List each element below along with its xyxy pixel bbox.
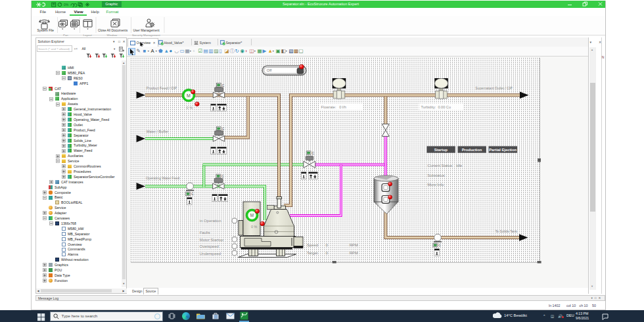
svg-text:Product Feed / CIP: Product Feed / CIP bbox=[147, 86, 177, 90]
svg-text:Overspeed: Overspeed bbox=[200, 244, 219, 248]
svg-text:Current Status:: Current Status: bbox=[428, 164, 453, 168]
svg-text:C: C bbox=[312, 152, 315, 155]
svg-text:Turbidity: 0.00 Cu: Turbidity: 0.00 Cu bbox=[421, 105, 451, 109]
svg-text:Operating Water Feed: Operating Water Feed bbox=[146, 176, 179, 180]
svg-text:Substatus:: Substatus: bbox=[428, 173, 446, 177]
svg-text:0%: 0% bbox=[64, 3, 69, 7]
svg-text:Startup: Startup bbox=[434, 148, 448, 152]
svg-text:Water / Buffer: Water / Buffer bbox=[147, 129, 169, 133]
svg-text:Target: Target bbox=[307, 251, 318, 255]
svg-text:C: C bbox=[222, 84, 225, 87]
svg-text:RPM: RPM bbox=[350, 251, 358, 255]
svg-text:C: C bbox=[438, 244, 441, 247]
svg-text:C: C bbox=[221, 175, 224, 178]
svg-text:Flowrate: 0 l/h: Flowrate: 0 l/h bbox=[321, 105, 346, 109]
svg-text:Off: Off bbox=[267, 68, 272, 72]
svg-text:M: M bbox=[250, 213, 254, 218]
svg-text:In Operation: In Operation bbox=[200, 219, 221, 223]
svg-text:More Info:: More Info: bbox=[428, 183, 445, 187]
svg-text:Production: Production bbox=[462, 148, 482, 152]
svg-text:RPM: RPM bbox=[350, 243, 358, 247]
svg-text:C: C bbox=[222, 127, 225, 131]
svg-text:To Solids Tank: To Solids Tank bbox=[495, 229, 518, 233]
svg-text:Supernatant Outlet / CIP: Supernatant Outlet / CIP bbox=[475, 86, 513, 90]
svg-text:Partial Ejection: Partial Ejection bbox=[489, 148, 517, 152]
svg-text:M: M bbox=[187, 93, 191, 98]
svg-text:0 %: 0 % bbox=[187, 106, 193, 110]
svg-text:C: C bbox=[191, 193, 194, 196]
svg-text:Motor Startup: Motor Startup bbox=[200, 238, 224, 242]
svg-text:Idle: Idle bbox=[456, 164, 462, 168]
svg-text:Faults: Faults bbox=[200, 231, 210, 235]
svg-text:0 %: 0 % bbox=[251, 225, 257, 229]
svg-text:Speed: Speed bbox=[307, 243, 318, 247]
svg-text:Underspeed: Underspeed bbox=[200, 252, 221, 256]
